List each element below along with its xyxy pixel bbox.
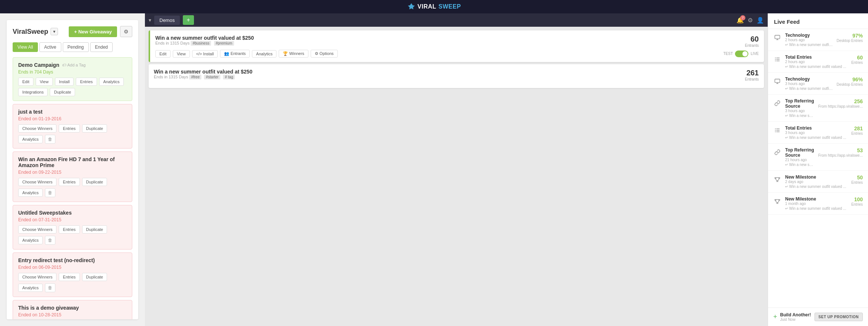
promo-btn-analytics-0[interactable]: Analytics xyxy=(252,50,276,58)
link-icon-3 xyxy=(773,99,781,107)
btn-analytics-0[interactable]: Analytics xyxy=(99,78,124,86)
btn-analytics-1[interactable]: Analytics xyxy=(18,135,43,143)
notification-area: 🔔 7 xyxy=(736,17,744,24)
plus-icon: + xyxy=(773,313,777,321)
btn-duplicate-1[interactable]: Duplicate xyxy=(82,124,107,133)
topbar-user-icon[interactable]: 👤 xyxy=(757,17,764,24)
campaign-actions-4: Choose Winners Entries Duplicate Analyti… xyxy=(18,273,127,292)
feed-content-5: Top Referring Source 21 hours ago ↵ Win … xyxy=(785,147,814,167)
btn-entries-2[interactable]: Entries xyxy=(59,178,80,186)
svg-point-7 xyxy=(775,58,776,58)
right-panel: Live Feed Technology 2 hours ago ↵ Win a… xyxy=(768,13,868,326)
btn-view-0[interactable]: View xyxy=(36,78,53,86)
btn-analytics-2[interactable]: Analytics xyxy=(18,189,43,197)
setup-promotion-button[interactable]: SET UP PROMOTION xyxy=(814,313,863,321)
new-giveaway-button[interactable]: + New Giveaway xyxy=(69,26,117,37)
build-subtitle: Just Now xyxy=(780,317,811,322)
campaign-actions-0: Edit View Install Entries Analytics Inte… xyxy=(18,78,127,96)
btn-delete-3[interactable]: 🗑 xyxy=(45,236,55,245)
btn-duplicate-4[interactable]: Duplicate xyxy=(82,273,107,281)
topbar-add-button[interactable]: + xyxy=(183,15,194,25)
filter-tab-viewall[interactable]: View All xyxy=(13,42,38,52)
btn-entries-4[interactable]: Entries xyxy=(59,273,80,281)
btn-delete-4[interactable]: 🗑 xyxy=(45,283,55,292)
topbar-settings-icon[interactable]: ⚙ xyxy=(748,17,753,24)
campaigns-container: ViralSweep ▾ + New Giveaway ⚙ View All A… xyxy=(7,20,138,319)
promo-btn-edit-0[interactable]: Edit xyxy=(155,50,171,58)
campaign-actions-3: Choose Winners Entries Duplicate Analyti… xyxy=(18,225,127,245)
btn-choosewinner-4[interactable]: Choose Winners xyxy=(18,273,56,281)
svg-point-16 xyxy=(775,128,776,129)
notification-badge: 7 xyxy=(740,15,745,20)
promo-meta-0: Ends in 1315 Days #business #premium xyxy=(155,41,254,45)
feed-content-7: New Milestone 1 month ago ↵ Win a new su… xyxy=(785,196,848,211)
svg-rect-1 xyxy=(775,35,780,39)
add-tag-0[interactable]: 🏷 Add a Tag xyxy=(62,63,85,67)
svg-point-8 xyxy=(775,59,776,60)
promo-btn-entrants-0[interactable]: 👥 Entrants xyxy=(220,50,250,58)
promo-meta-1: Ends in 1315 Days #free #starter # tag xyxy=(154,75,252,79)
filter-tabs: View All Active Pending Ended xyxy=(13,42,132,52)
promo-title-0: Win a new summer outfit valued at $250 xyxy=(155,35,254,41)
btn-duplicate-0[interactable]: Duplicate xyxy=(50,88,75,96)
promo-btn-install-0[interactable]: </> Install xyxy=(192,50,218,58)
btn-delete-2[interactable]: 🗑 xyxy=(45,188,55,197)
settings-button[interactable]: ⚙ xyxy=(120,26,132,37)
promo-btn-winners-0[interactable]: 🏆 Winners xyxy=(279,50,308,58)
promo-tag-business: #business xyxy=(191,41,211,46)
list-icon-1 xyxy=(773,55,781,63)
promo-btn-view-0[interactable]: View xyxy=(173,50,190,58)
campaign-card-4: Entry redirect test (no-redirect) Ended … xyxy=(13,252,132,297)
btn-entries-1[interactable]: Entries xyxy=(59,124,80,133)
btn-entries-3[interactable]: Entries xyxy=(59,225,80,234)
live-label: LIVE xyxy=(751,52,759,56)
top-navigation: VIRALSWEEP xyxy=(0,0,868,13)
brand-dropdown[interactable]: ▾ xyxy=(51,28,58,35)
topbar-tab-demos[interactable]: Demos xyxy=(154,16,180,25)
trophy-icon-7 xyxy=(773,197,781,205)
btn-edit-0[interactable]: Edit xyxy=(18,78,33,86)
svg-rect-10 xyxy=(775,79,780,82)
btn-duplicate-3[interactable]: Duplicate xyxy=(82,225,107,234)
btn-choosewinner-3[interactable]: Choose Winners xyxy=(18,225,56,234)
live-feed-header: Live Feed xyxy=(768,13,868,29)
btn-install-0[interactable]: Install xyxy=(55,78,74,86)
btn-delete-1[interactable]: 🗑 xyxy=(45,135,55,144)
campaign-title-1: just a test xyxy=(18,109,127,115)
campaign-card-0: Demo Campaign 🏷 Add a Tag Ends in 704 Da… xyxy=(13,57,132,101)
left-header: ViralSweep ▾ + New Giveaway ⚙ xyxy=(13,26,132,37)
logo: VIRALSWEEP xyxy=(407,3,461,11)
promo-tag-free: #free xyxy=(189,75,201,79)
feed-item-1: Total Entries 2 hours ago ↵ Win a new su… xyxy=(768,51,868,73)
btn-choosewinner-1[interactable]: Choose Winners xyxy=(18,124,56,133)
promo-tag-starter: #starter xyxy=(204,75,220,79)
btn-integrations-0[interactable]: Integrations xyxy=(18,88,48,96)
filter-tab-pending[interactable]: Pending xyxy=(63,42,89,52)
btn-entries-0[interactable]: Entries xyxy=(76,78,97,86)
feed-content-6: New Milestone 2 days ago ↵ Win a new sum… xyxy=(785,175,848,189)
filter-tab-ended[interactable]: Ended xyxy=(90,42,113,52)
promo-btn-options-0[interactable]: ⚙ Options xyxy=(311,50,338,58)
monitor-icon-2 xyxy=(773,77,781,85)
promo-title-1: Win a new summer outfit valued at $250 xyxy=(154,69,252,75)
btn-choosewinner-2[interactable]: Choose Winners xyxy=(18,178,56,186)
middle-content: Win a new summer outfit valued at $250 E… xyxy=(145,27,768,326)
campaign-title-0: Demo Campaign 🏷 Add a Tag xyxy=(18,62,127,68)
brand-label: ViralSweep xyxy=(13,28,48,36)
topbar-arrow[interactable]: ▾ xyxy=(149,17,151,23)
brand-name: ViralSweep ▾ xyxy=(13,28,58,36)
test-toggle-0[interactable] xyxy=(735,50,748,57)
promo-entrants-0: 60 Entrants xyxy=(745,35,759,48)
btn-duplicate-2[interactable]: Duplicate xyxy=(82,178,107,186)
toggle-area-0: TEST LIVE xyxy=(723,50,759,57)
feed-value-2: 96% Desktop Entries xyxy=(836,76,863,87)
campaign-title-4: Entry redirect test (no-redirect) xyxy=(18,257,127,263)
svg-point-17 xyxy=(775,130,776,131)
feed-item-4: Total Entries 3 hours ago ↵ Win a new su… xyxy=(768,122,868,144)
list-icon-4 xyxy=(773,126,781,134)
feed-item-6: New Milestone 2 days ago ↵ Win a new sum… xyxy=(768,171,868,193)
promo-header-1: Win a new summer outfit valued at $250 E… xyxy=(154,69,759,82)
btn-analytics-3[interactable]: Analytics xyxy=(18,236,43,244)
btn-analytics-4[interactable]: Analytics xyxy=(18,284,43,292)
filter-tab-active[interactable]: Active xyxy=(39,42,61,52)
